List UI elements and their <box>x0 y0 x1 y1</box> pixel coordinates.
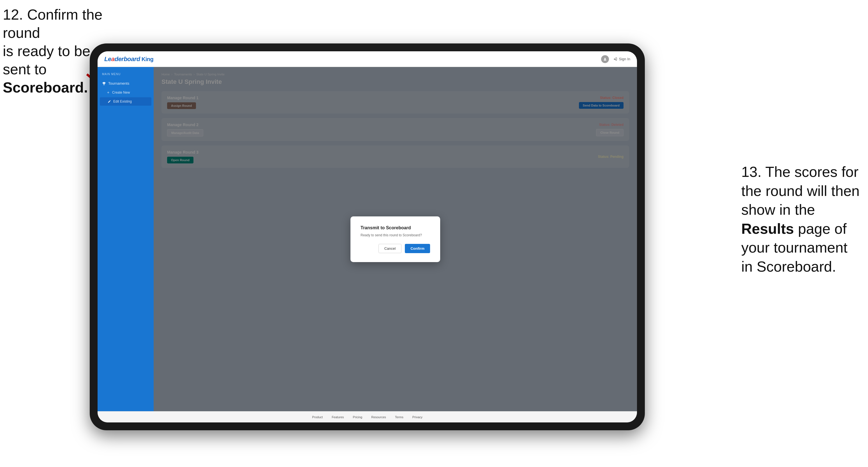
app-container: Leaderboard King Sign In MAIN <box>98 51 637 423</box>
app-footer: Product Features Pricing Resources Terms… <box>98 411 637 423</box>
footer-privacy[interactable]: Privacy <box>412 415 423 419</box>
sidebar-create-new-label: Create New <box>112 91 130 94</box>
footer-features[interactable]: Features <box>332 415 344 419</box>
app-logo: Leaderboard King <box>104 56 153 63</box>
sign-in-button[interactable]: Sign In <box>614 57 630 61</box>
tablet-screen: Leaderboard King Sign In MAIN <box>98 51 637 423</box>
app-header: Leaderboard King Sign In <box>98 51 637 67</box>
avatar <box>601 55 609 63</box>
plus-icon <box>106 91 110 94</box>
sidebar-item-edit-existing[interactable]: Edit Existing <box>100 97 151 106</box>
sidebar: MAIN MENU Tournaments Create New Edit Ex… <box>98 67 154 411</box>
header-right: Sign In <box>601 55 630 63</box>
annotation-step-13: 13. The scores for the round will then s… <box>741 163 860 276</box>
main-content: Home › Tournaments › State U Spring Invi… <box>154 67 637 411</box>
sidebar-menu-label: MAIN MENU <box>98 72 154 79</box>
modal-overlay[interactable]: Transmit to Scoreboard Ready to send thi… <box>154 67 637 411</box>
edit-icon <box>108 100 111 103</box>
modal-confirm-button[interactable]: Confirm <box>405 244 430 253</box>
modal-cancel-button[interactable]: Cancel <box>378 244 401 253</box>
footer-product[interactable]: Product <box>312 415 323 419</box>
sidebar-tournaments-label: Tournaments <box>108 81 129 86</box>
app-body: MAIN MENU Tournaments Create New Edit Ex… <box>98 67 637 411</box>
transmit-modal: Transmit to Scoreboard Ready to send thi… <box>350 216 440 262</box>
tablet-frame: Leaderboard King Sign In MAIN <box>90 43 645 430</box>
footer-terms[interactable]: Terms <box>395 415 403 419</box>
modal-subtitle: Ready to send this round to Scoreboard? <box>361 233 430 237</box>
modal-buttons: Cancel Confirm <box>361 244 430 253</box>
footer-resources[interactable]: Resources <box>371 415 386 419</box>
logo-area: Leaderboard King <box>104 56 153 63</box>
sidebar-item-create-new[interactable]: Create New <box>98 88 154 97</box>
footer-pricing[interactable]: Pricing <box>353 415 363 419</box>
modal-title: Transmit to Scoreboard <box>361 225 430 230</box>
trophy-icon <box>102 82 106 86</box>
sidebar-edit-existing-label: Edit Existing <box>113 99 132 103</box>
sign-in-icon <box>614 57 617 61</box>
svg-point-2 <box>604 58 606 59</box>
sidebar-item-tournaments[interactable]: Tournaments <box>98 79 154 88</box>
